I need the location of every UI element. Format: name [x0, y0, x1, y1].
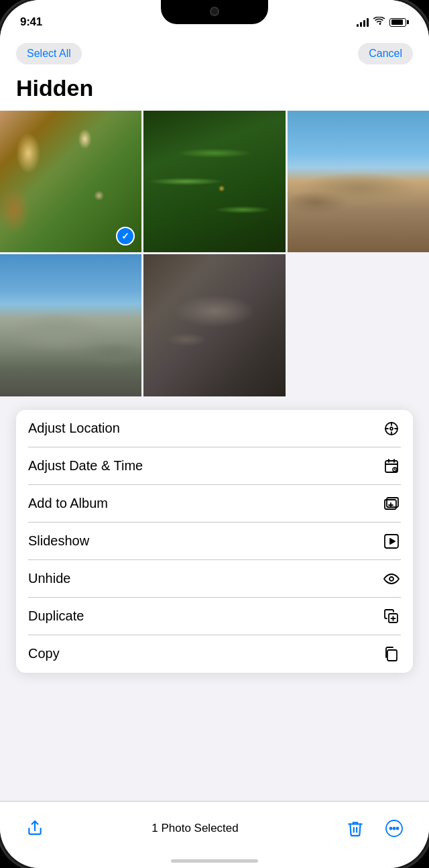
photo-selected-label: 1 Photo Selected [151, 822, 238, 835]
photo-cell-2[interactable] [143, 111, 285, 252]
menu-label-slideshow: Slideshow [28, 533, 89, 549]
context-menu-area: Adjust Location Adjust Date & Time [0, 396, 429, 673]
share-button[interactable] [21, 815, 48, 842]
page-title: Hidden [0, 72, 429, 111]
delete-button[interactable] [342, 815, 369, 842]
play-icon [382, 532, 401, 551]
photo-cell-4[interactable] [0, 254, 141, 396]
menu-label-duplicate: Duplicate [28, 608, 84, 624]
top-nav: Select All Cancel [0, 36, 429, 72]
menu-item-add-to-album[interactable]: Add to Album [16, 485, 413, 523]
menu-item-slideshow[interactable]: Slideshow [16, 523, 413, 560]
photo-grid: ✓ [0, 111, 429, 396]
menu-label-copy: Copy [28, 646, 60, 661]
status-icons [357, 17, 409, 28]
photo-cell-empty [288, 254, 429, 396]
photo-cell-1[interactable]: ✓ [0, 111, 141, 252]
menu-item-unhide[interactable]: Unhide [16, 560, 413, 598]
checkmark-icon: ✓ [121, 231, 129, 241]
notch [161, 0, 268, 24]
menu-label-adjust-location: Adjust Location [28, 421, 120, 436]
select-all-button[interactable]: Select All [16, 43, 82, 64]
front-camera [210, 7, 219, 16]
svg-point-19 [389, 577, 393, 581]
album-icon [382, 494, 401, 513]
signal-icon [357, 17, 369, 27]
wifi-icon [373, 17, 385, 28]
bottom-toolbar: 1 Photo Selected [0, 801, 429, 868]
phone-frame: 9:41 [0, 0, 429, 868]
svg-point-1 [390, 427, 393, 430]
menu-item-adjust-date-time[interactable]: Adjust Date & Time [16, 447, 413, 485]
status-time: 9:41 [20, 15, 42, 29]
calendar-icon [382, 457, 401, 476]
context-menu: Adjust Location Adjust Date & Time [16, 410, 413, 673]
menu-label-adjust-date-time: Adjust Date & Time [28, 458, 143, 474]
battery-icon [389, 18, 409, 27]
location-icon [382, 419, 401, 438]
svg-point-25 [389, 827, 391, 829]
menu-label-add-to-album: Add to Album [28, 496, 108, 511]
photo-cell-5[interactable] [143, 254, 285, 396]
svg-marker-18 [390, 539, 395, 544]
cancel-button[interactable]: Cancel [358, 43, 413, 64]
copy-icon [382, 645, 401, 663]
home-indicator [171, 859, 258, 863]
svg-line-12 [395, 470, 395, 470]
svg-point-27 [396, 827, 398, 829]
more-button[interactable] [381, 815, 408, 842]
photo-cell-3[interactable] [288, 111, 429, 252]
duplicate-icon [382, 607, 401, 626]
menu-item-adjust-location[interactable]: Adjust Location [16, 410, 413, 447]
eye-icon [382, 569, 401, 588]
svg-point-26 [393, 827, 395, 829]
menu-item-duplicate[interactable]: Duplicate [16, 598, 413, 635]
menu-label-unhide: Unhide [28, 571, 70, 586]
menu-item-copy[interactable]: Copy [16, 635, 413, 673]
